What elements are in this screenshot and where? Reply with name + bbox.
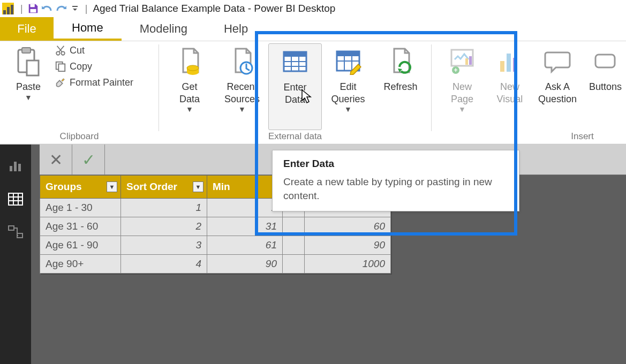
recent-sources-icon <box>229 46 255 78</box>
tab-help[interactable]: Help <box>206 17 266 41</box>
column-header-groups[interactable]: Groups▼ <box>40 176 121 199</box>
get-data-button[interactable]: Get Data ▼ <box>163 43 216 129</box>
cell[interactable]: 4 <box>121 255 207 274</box>
cell[interactable] <box>283 236 305 255</box>
new-page-button[interactable]: + New Page ▼ <box>436 43 488 129</box>
header-label: Sort Order <box>126 181 177 192</box>
separator: | <box>20 3 23 14</box>
group-insert: + New Page ▼ New Visual Ask A Question <box>432 41 626 144</box>
cell[interactable]: Age 31 - 60 <box>40 217 121 236</box>
table-row[interactable]: Age 90+4901000 <box>40 255 391 274</box>
redo-icon[interactable] <box>54 2 68 15</box>
group-label-insert: Insert <box>436 130 622 144</box>
commit-formula-button[interactable]: ✓ <box>72 145 105 175</box>
ask-question-icon <box>544 46 571 78</box>
svg-rect-25 <box>465 58 468 65</box>
menu-tabs: File Home Modeling Help <box>0 17 626 41</box>
app-logo <box>2 3 14 14</box>
cell[interactable]: Age 61 - 90 <box>40 236 121 255</box>
svg-text:+: + <box>454 66 457 74</box>
dropdown-icon[interactable]: ▼ <box>193 181 203 192</box>
group-label-clipboard: Clipboard <box>4 130 154 144</box>
refresh-icon <box>387 46 414 78</box>
table-row[interactable]: Age 31 - 6023160 <box>40 217 391 236</box>
paste-icon <box>15 46 42 78</box>
format-painter-label: Format Painter <box>70 77 133 88</box>
refresh-button[interactable]: Refresh <box>374 43 427 129</box>
qat-customize-icon[interactable] <box>68 2 82 15</box>
svg-rect-30 <box>507 54 511 72</box>
data-view-icon[interactable] <box>7 191 24 208</box>
paste-button[interactable]: Paste ▼ <box>4 43 52 129</box>
cell[interactable]: 3 <box>121 236 207 255</box>
save-icon[interactable] <box>26 2 40 15</box>
cell[interactable]: 61 <box>207 236 283 255</box>
cut-button[interactable]: Cut <box>55 44 133 56</box>
cell[interactable]: 1 <box>207 199 283 217</box>
column-header-sort[interactable]: Sort Order▼ <box>121 176 207 199</box>
tooltip-body: Create a new table by typing or pasting … <box>283 175 508 202</box>
recent-sources-button[interactable]: Recent Sources ▼ <box>216 43 268 129</box>
svg-rect-2 <box>72 6 78 7</box>
new-visual-button[interactable]: New Visual <box>488 43 531 129</box>
column-header-min[interactable]: Min <box>207 176 283 199</box>
svg-rect-4 <box>22 48 31 53</box>
new-visual-label: New Visual <box>497 81 523 105</box>
new-page-label: New Page <box>451 81 473 105</box>
svg-point-6 <box>56 51 59 55</box>
header-label: Groups <box>46 181 82 192</box>
refresh-label: Refresh <box>383 81 417 93</box>
dropdown-icon[interactable]: ▼ <box>107 181 117 192</box>
get-data-label: Get Data <box>179 81 200 105</box>
report-view-icon[interactable] <box>7 157 24 175</box>
svg-rect-26 <box>469 56 472 65</box>
undo-icon[interactable] <box>40 2 54 15</box>
edit-queries-button[interactable]: Edit Queries ▼ <box>322 43 374 129</box>
cell[interactable]: 90 <box>207 255 283 274</box>
tab-modeling[interactable]: Modeling <box>122 17 206 41</box>
group-label-external-data: External data <box>163 130 427 144</box>
cell[interactable] <box>283 217 305 236</box>
buttons-button[interactable]: Buttons <box>584 43 622 129</box>
copy-button[interactable]: Copy <box>55 60 133 72</box>
enter-data-icon <box>282 46 308 78</box>
get-data-icon <box>176 46 203 78</box>
svg-rect-36 <box>9 193 22 205</box>
svg-rect-20 <box>337 51 359 56</box>
cell[interactable]: 90 <box>305 236 391 255</box>
buttons-icon <box>592 46 619 78</box>
new-page-icon: + <box>449 46 476 78</box>
enter-data-button[interactable]: Enter Data <box>268 43 322 130</box>
format-painter-button[interactable]: Format Painter <box>55 77 133 88</box>
cell[interactable]: Age 1 - 30 <box>40 199 121 217</box>
cancel-formula-button[interactable]: ✕ <box>40 145 72 175</box>
cell[interactable]: 60 <box>305 217 391 236</box>
view-switcher <box>0 145 31 364</box>
ribbon: Paste ▼ Cut Copy Format Painter <box>0 41 626 145</box>
cell[interactable]: 1000 <box>305 255 391 274</box>
cell[interactable]: Age 90+ <box>40 255 121 274</box>
table-row[interactable]: Age 61 - 9036190 <box>40 236 391 255</box>
cell[interactable]: 1 <box>121 199 207 217</box>
svg-rect-1 <box>30 9 36 12</box>
ask-question-button[interactable]: Ask A Question <box>531 43 584 129</box>
brush-icon <box>55 77 66 88</box>
tooltip-title: Enter Data <box>283 158 508 170</box>
cell[interactable]: 31 <box>207 217 283 236</box>
svg-rect-32 <box>595 55 615 67</box>
buttons-label: Buttons <box>589 81 622 93</box>
svg-rect-0 <box>30 4 34 7</box>
svg-rect-33 <box>10 166 12 171</box>
tooltip: Enter Data Create a new table by typing … <box>272 150 519 211</box>
window-title: Aged Trial Balance Example Data - Power … <box>93 3 335 14</box>
chevron-down-icon: ▼ <box>344 105 352 115</box>
cell[interactable] <box>283 255 305 274</box>
svg-rect-14 <box>284 52 306 57</box>
model-view-icon[interactable] <box>7 224 24 241</box>
header-label: Min <box>213 181 230 192</box>
tab-file[interactable]: File <box>0 17 54 41</box>
svg-rect-34 <box>14 162 17 171</box>
tab-home[interactable]: Home <box>54 17 122 41</box>
enter-data-label: Enter Data <box>283 81 306 105</box>
cell[interactable]: 2 <box>121 217 207 236</box>
